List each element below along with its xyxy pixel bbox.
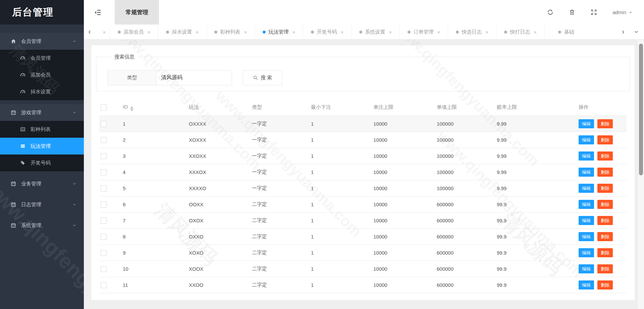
edit-button[interactable]: 编辑 bbox=[579, 184, 594, 193]
tab-close-icon[interactable]: × bbox=[244, 29, 247, 35]
edit-button[interactable]: 编辑 bbox=[579, 216, 594, 225]
tab-label: 快选日志 bbox=[462, 29, 482, 35]
cell-min_bet: 1 bbox=[306, 228, 369, 245]
row-checkbox[interactable] bbox=[101, 234, 107, 240]
tab-close-icon[interactable]: × bbox=[534, 29, 537, 35]
tab-close-icon[interactable]: × bbox=[437, 29, 440, 35]
tab-draw-numbers[interactable]: 开奖号码× bbox=[303, 25, 352, 39]
sidebar-collapse-button[interactable] bbox=[94, 9, 101, 16]
row-checkbox[interactable] bbox=[101, 153, 107, 159]
user-menu[interactable]: admin bbox=[612, 9, 633, 15]
module-tab-general-management[interactable]: 常规管理 bbox=[115, 0, 159, 25]
sidebar-section-system-management: 系统管理 bbox=[0, 217, 84, 234]
cell-type: 二字定 bbox=[247, 212, 306, 228]
edit-button[interactable]: 编辑 bbox=[579, 232, 594, 241]
tab-quick-bet-log[interactable]: 快打日志× bbox=[496, 25, 545, 39]
tag-icon bbox=[20, 160, 25, 166]
row-checkbox[interactable] bbox=[101, 282, 107, 288]
sidebar-item-business-management[interactable]: 业务管理 bbox=[0, 175, 84, 192]
tab-system-settings[interactable]: 系统设置× bbox=[352, 25, 400, 39]
fullscreen-button[interactable] bbox=[591, 9, 597, 15]
user-name: admin bbox=[612, 9, 626, 15]
row-checkbox[interactable] bbox=[101, 218, 107, 224]
tab-play-management[interactable]: 玩法管理× bbox=[255, 25, 303, 39]
scrollbar-thumb[interactable] bbox=[639, 44, 643, 175]
row-checkbox[interactable] bbox=[101, 202, 107, 208]
edit-button[interactable]: 编辑 bbox=[579, 264, 594, 273]
sidebar-item-game-management[interactable]: 游戏管理 bbox=[0, 104, 84, 121]
tab-label: 订单管理 bbox=[414, 29, 434, 35]
trash-button[interactable] bbox=[569, 9, 575, 15]
sidebar-item-play-management[interactable]: 玩法管理 bbox=[0, 138, 84, 154]
delete-button[interactable]: 删除 bbox=[597, 280, 613, 290]
edit-button[interactable]: 编辑 bbox=[579, 200, 594, 209]
column-header: 单项上限 bbox=[432, 99, 492, 116]
tab-dot-icon bbox=[118, 31, 121, 34]
tab-scroll-left-button[interactable] bbox=[84, 25, 95, 39]
delete-button[interactable]: 删除 bbox=[597, 184, 613, 193]
row-checkbox[interactable] bbox=[101, 250, 107, 256]
cell-actions: 编辑删除 bbox=[574, 245, 627, 261]
sidebar-item-label: 会员管理 bbox=[31, 55, 84, 61]
delete-button[interactable]: 删除 bbox=[597, 248, 613, 257]
delete-button[interactable]: 删除 bbox=[597, 216, 613, 225]
column-header: 类型 bbox=[247, 99, 306, 116]
edit-button[interactable]: 编辑 bbox=[579, 248, 594, 257]
delete-button[interactable]: 删除 bbox=[597, 232, 613, 241]
cell-play: XXXXO bbox=[184, 180, 247, 196]
tab-quick-pick-log[interactable]: 快选日志× bbox=[448, 25, 496, 39]
sidebar-item-draw-numbers[interactable]: 开奖号码 bbox=[0, 154, 84, 171]
row-checkbox[interactable] bbox=[101, 169, 107, 175]
sidebar-item-label: 添加会员 bbox=[31, 72, 84, 78]
tab-water-settings[interactable]: 掉水设置× bbox=[158, 25, 207, 39]
dashboard-icon bbox=[20, 72, 25, 78]
sort-icon[interactable] bbox=[130, 106, 133, 111]
delete-button[interactable]: 删除 bbox=[597, 264, 613, 273]
edit-button[interactable]: 编辑 bbox=[579, 168, 594, 177]
tab-scroll-right-button[interactable] bbox=[617, 25, 629, 39]
search-keyword-input[interactable] bbox=[156, 70, 232, 85]
delete-button[interactable]: 删除 bbox=[597, 168, 613, 177]
edit-button[interactable]: 编辑 bbox=[579, 119, 594, 128]
chevron-down-icon bbox=[72, 203, 76, 207]
tab-close-icon[interactable]: × bbox=[486, 29, 489, 35]
delete-button[interactable]: 删除 bbox=[597, 200, 613, 209]
search-button[interactable]: 搜 索 bbox=[243, 70, 282, 85]
tab-close-icon[interactable]: × bbox=[389, 29, 392, 35]
sidebar-item-member-management[interactable]: 会员管理 bbox=[0, 33, 84, 50]
sidebar-item-member-management-list[interactable]: 会员管理 bbox=[0, 50, 84, 67]
delete-button[interactable]: 删除 bbox=[597, 119, 613, 128]
tab-add-member[interactable]: 添加会员× bbox=[110, 25, 158, 39]
cell-type: 一字定 bbox=[247, 164, 306, 180]
sidebar-item-add-member[interactable]: 添加会员 bbox=[0, 67, 84, 83]
tab-close-icon[interactable]: × bbox=[103, 29, 106, 35]
row-checkbox[interactable] bbox=[101, 266, 107, 272]
row-checkbox[interactable] bbox=[101, 137, 107, 143]
select-all-checkbox[interactable] bbox=[101, 104, 107, 111]
row-checkbox[interactable] bbox=[101, 121, 107, 127]
row-checkbox[interactable] bbox=[101, 185, 107, 191]
tab-lottery-list[interactable]: 彩种列表× bbox=[207, 25, 255, 39]
table-row: 1OXXXX一字定1100001000009.99编辑删除 bbox=[99, 116, 627, 132]
tab-label: 掉水设置 bbox=[172, 29, 192, 35]
sidebar-item-log-management[interactable]: 日志管理 bbox=[0, 196, 84, 213]
tab-close-icon[interactable]: × bbox=[196, 29, 199, 35]
edit-button[interactable]: 编辑 bbox=[579, 135, 594, 144]
sidebar-item-system-management[interactable]: 系统管理 bbox=[0, 217, 84, 234]
refresh-button[interactable] bbox=[547, 9, 553, 15]
tab-dropdown-button[interactable] bbox=[629, 25, 644, 39]
cell-bet_limit: 10000 bbox=[369, 148, 432, 164]
tab-hidden-partial[interactable]: × bbox=[95, 25, 110, 39]
tab-close-icon[interactable]: × bbox=[292, 29, 296, 35]
edit-button[interactable]: 编辑 bbox=[579, 151, 594, 161]
tab-basic[interactable]: 基础 bbox=[545, 25, 617, 39]
tab-close-icon[interactable]: × bbox=[148, 29, 151, 35]
delete-button[interactable]: 删除 bbox=[597, 151, 613, 161]
delete-button[interactable]: 删除 bbox=[597, 135, 613, 144]
tab-label: 系统设置 bbox=[365, 29, 385, 35]
edit-button[interactable]: 编辑 bbox=[579, 280, 594, 290]
tab-order-management[interactable]: 订单管理× bbox=[400, 25, 448, 39]
sidebar-item-water-settings[interactable]: 掉水设置 bbox=[0, 83, 84, 100]
tab-close-icon[interactable]: × bbox=[341, 29, 344, 35]
sidebar-item-lottery-list[interactable]: 彩种列表 bbox=[0, 121, 84, 138]
